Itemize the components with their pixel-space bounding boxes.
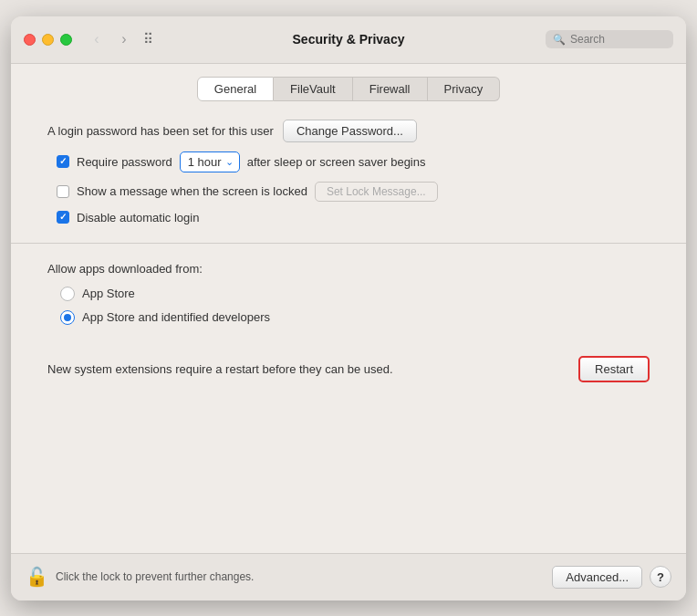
maximize-button[interactable]: [60, 34, 72, 46]
password-section: A login password has been set for this u…: [47, 120, 650, 224]
tabs-container: General FileVault Firewall Privacy: [11, 64, 686, 101]
nav-buttons: ‹ ›: [85, 30, 136, 48]
traffic-lights: [24, 34, 72, 46]
titlebar: ‹ › ⠿ Security & Privacy 🔍: [11, 16, 686, 64]
checkbox-section: Require password 1 hour ⌄ after sleep or…: [57, 151, 650, 224]
bottom-buttons: Advanced... ?: [552, 566, 671, 589]
window: ‹ › ⠿ Security & Privacy 🔍 General FileV…: [11, 16, 686, 600]
close-button[interactable]: [24, 34, 36, 46]
section-divider: [11, 243, 686, 244]
change-password-button[interactable]: Change Password...: [283, 120, 417, 142]
show-message-label: Show a message when the screen is locked: [77, 184, 307, 198]
downloads-section: Allow apps downloaded from: App Store Ap…: [47, 262, 650, 325]
search-input[interactable]: [570, 33, 666, 46]
app-store-radio-row: App Store: [60, 287, 650, 301]
window-title: Security & Privacy: [293, 32, 405, 47]
password-timeout-dropdown[interactable]: 1 hour ⌄: [180, 151, 240, 172]
search-icon: 🔍: [553, 34, 566, 46]
chevron-down-icon: ⌄: [225, 156, 234, 168]
app-store-identified-radio[interactable]: [60, 310, 75, 325]
require-password-label-after: after sleep or screen saver begins: [247, 155, 426, 169]
lock-icon[interactable]: 🔓: [26, 566, 48, 588]
disable-login-checkbox[interactable]: [57, 211, 69, 224]
advanced-button[interactable]: Advanced...: [552, 566, 642, 589]
extensions-row: New system extensions require a restart …: [47, 347, 650, 392]
tab-filevault[interactable]: FileVault: [274, 77, 353, 101]
app-store-label: App Store: [82, 287, 135, 300]
password-row: A login password has been set for this u…: [47, 120, 650, 142]
bottom-bar: 🔓 Click the lock to prevent further chan…: [11, 553, 686, 600]
grid-icon[interactable]: ⠿: [143, 31, 153, 47]
minimize-button[interactable]: [42, 34, 54, 46]
app-store-radio[interactable]: [60, 287, 75, 301]
dropdown-value: 1 hour: [188, 155, 222, 169]
downloads-label: Allow apps downloaded from:: [47, 262, 650, 276]
show-message-checkbox[interactable]: [57, 185, 69, 198]
search-box[interactable]: 🔍: [546, 30, 673, 48]
forward-button[interactable]: ›: [112, 30, 136, 48]
password-label: A login password has been set for this u…: [47, 124, 274, 138]
restart-button[interactable]: Restart: [578, 356, 650, 382]
back-button[interactable]: ‹: [85, 30, 109, 48]
disable-login-row: Disable automatic login: [57, 211, 650, 224]
content-area: A login password has been set for this u…: [11, 101, 686, 553]
app-store-identified-label: App Store and identified developers: [82, 310, 270, 324]
show-message-row: Show a message when the screen is locked…: [57, 182, 650, 202]
tab-general[interactable]: General: [197, 77, 274, 101]
help-button[interactable]: ?: [650, 566, 671, 588]
tab-firewall[interactable]: Firewall: [353, 77, 428, 101]
lock-section: 🔓 Click the lock to prevent further chan…: [26, 566, 552, 588]
tab-privacy[interactable]: Privacy: [428, 77, 501, 101]
app-store-identified-radio-row: App Store and identified developers: [60, 310, 650, 325]
require-password-label-before: Require password: [77, 155, 172, 169]
radio-section: App Store App Store and identified devel…: [60, 287, 650, 325]
require-password-row: Require password 1 hour ⌄ after sleep or…: [57, 151, 650, 172]
extensions-text: New system extensions require a restart …: [47, 362, 564, 376]
require-password-checkbox[interactable]: [57, 155, 69, 168]
lock-text: Click the lock to prevent further change…: [56, 570, 254, 583]
disable-login-label: Disable automatic login: [77, 211, 199, 224]
set-lock-message-button[interactable]: Set Lock Message...: [315, 182, 438, 202]
